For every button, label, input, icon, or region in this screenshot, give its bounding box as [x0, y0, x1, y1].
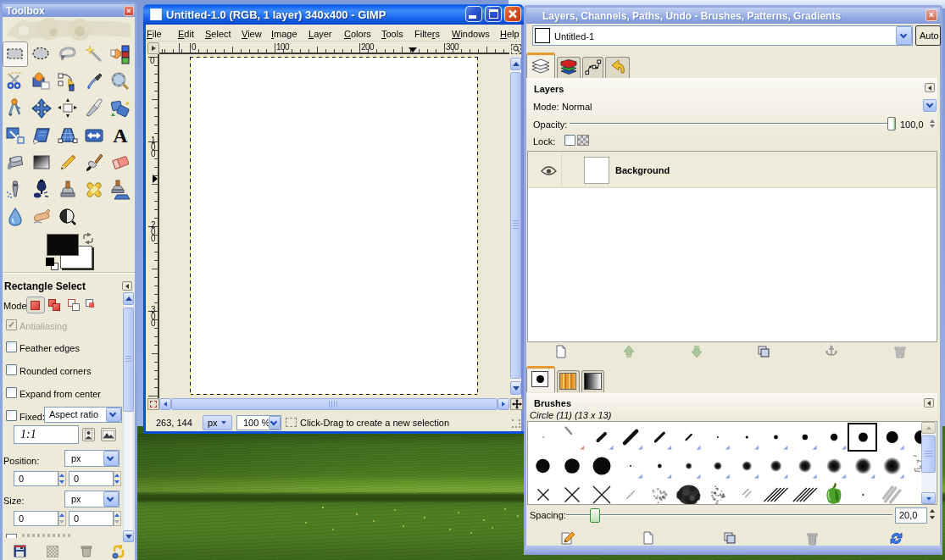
svg-text:A: A — [113, 125, 128, 146]
